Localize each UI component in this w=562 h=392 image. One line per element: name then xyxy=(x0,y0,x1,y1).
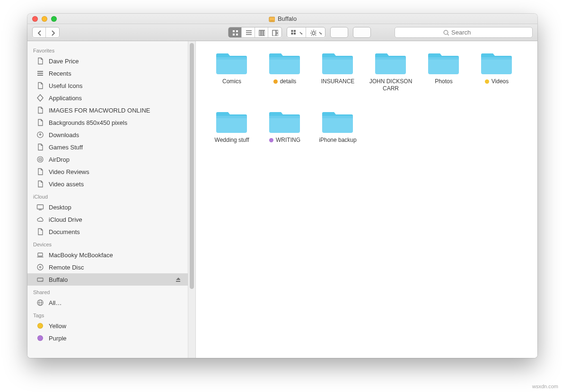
folder-icon xyxy=(480,49,514,75)
doc-icon xyxy=(36,227,44,236)
folder-name: Wedding stuff xyxy=(215,137,249,144)
globe-icon xyxy=(36,298,44,307)
arrange-button[interactable] xyxy=(287,27,306,37)
sidebar-item[interactable]: Video Reviews xyxy=(27,166,188,178)
icon-view-button[interactable] xyxy=(228,27,242,37)
sidebar-item-label: Useful Icons xyxy=(49,82,83,89)
folder-item[interactable]: INSURANCE xyxy=(311,49,364,92)
cloud-icon xyxy=(36,215,44,224)
apps-icon xyxy=(36,94,44,102)
share-button[interactable] xyxy=(330,27,348,38)
folder-name: Videos xyxy=(492,78,509,85)
eject-button[interactable] xyxy=(175,276,180,283)
back-button[interactable] xyxy=(33,27,46,37)
sidebar-item[interactable]: Remote Disc xyxy=(27,261,188,273)
folder-icon xyxy=(374,49,408,75)
list-view-button[interactable] xyxy=(242,27,255,37)
zoom-button[interactable] xyxy=(51,16,57,22)
tag-dot-icon xyxy=(273,79,278,84)
folder-name: Photos xyxy=(435,78,452,85)
toolbar xyxy=(27,24,537,41)
sidebar-item-label: Downloads xyxy=(49,131,79,139)
folder-icon xyxy=(215,107,249,134)
sidebar-item[interactable]: MacBooky McBookface xyxy=(27,249,188,261)
laptop-icon xyxy=(36,251,44,259)
sidebar-item[interactable]: iCloud Drive xyxy=(27,213,188,226)
sidebar-item[interactable]: Video assets xyxy=(27,178,188,190)
folder-item[interactable]: iPhone backup xyxy=(311,107,364,144)
chevron-down-icon xyxy=(298,29,302,36)
sidebar-item-label: All… xyxy=(49,299,61,306)
sidebar-item[interactable]: Games Stuff xyxy=(27,141,188,153)
sidebar-item[interactable]: Recents xyxy=(27,67,188,79)
search-field[interactable] xyxy=(395,27,533,38)
tag-icon xyxy=(36,334,44,342)
column-view-button[interactable] xyxy=(255,27,268,37)
arrange-icon xyxy=(290,29,297,36)
folder-name: WRITING xyxy=(276,137,300,144)
sidebar-item-label: Games Stuff xyxy=(49,144,83,151)
sidebar-scroll[interactable]: FavoritesDave PriceRecentsUseful IconsAp… xyxy=(27,41,188,358)
folder-icon xyxy=(268,49,302,75)
sidebar-item[interactable]: Applications xyxy=(27,92,188,104)
folder-label: Comics xyxy=(222,78,241,85)
folder-icon xyxy=(321,49,355,75)
folder-name: JOHN DICKSON CARR xyxy=(365,78,416,92)
gear-icon xyxy=(310,29,316,36)
sidebar-item[interactable]: Purple xyxy=(27,332,188,344)
window-title-text: Buffalo xyxy=(278,15,297,22)
scrollbar-thumb[interactable] xyxy=(190,43,194,289)
sidebar-item[interactable]: Yellow xyxy=(27,320,188,332)
folder-icon xyxy=(268,107,302,134)
sidebar-item[interactable]: Backgrounds 850x450 pixels xyxy=(27,116,188,129)
minimize-button[interactable] xyxy=(42,16,47,22)
sidebar-item[interactable]: Desktop xyxy=(27,201,188,213)
chevron-down-icon xyxy=(317,29,322,36)
sidebar-item-label: iCloud Drive xyxy=(49,216,82,223)
folder-item[interactable]: JOHN DICKSON CARR xyxy=(364,49,417,92)
tags-button[interactable] xyxy=(353,27,371,38)
content-area[interactable]: ComicsdetailsINSURANCEJOHN DICKSON CARRP… xyxy=(196,41,537,358)
sidebar-item-label: IMAGES FOR MACWORLD ONLINE xyxy=(49,107,150,114)
sidebar-item[interactable]: IMAGES FOR MACWORLD ONLINE xyxy=(27,104,188,116)
sidebar-item[interactable]: Documents xyxy=(27,226,188,238)
traffic-lights xyxy=(32,16,57,22)
doc-icon xyxy=(36,106,44,114)
finder-window: Buffalo xyxy=(27,14,537,358)
doc-icon xyxy=(36,143,44,151)
sidebar-item[interactable]: Downloads xyxy=(27,129,188,141)
window-title: Buffalo xyxy=(268,15,297,22)
forward-button[interactable] xyxy=(46,27,59,37)
doc-icon xyxy=(36,180,44,188)
desktop-icon xyxy=(36,203,44,211)
close-button[interactable] xyxy=(32,16,38,22)
drive-icon xyxy=(36,275,44,284)
scrollbar-track[interactable] xyxy=(188,41,195,358)
sidebar-item[interactable]: All… xyxy=(27,296,188,309)
folder-item[interactable]: Videos xyxy=(470,49,523,92)
folder-label: INSURANCE xyxy=(321,78,355,85)
search-input[interactable] xyxy=(451,29,484,36)
sidebar-item[interactable]: AirDrop xyxy=(27,153,188,166)
folder-item[interactable]: Comics xyxy=(205,49,258,92)
folder-item[interactable]: Photos xyxy=(417,49,470,92)
gallery-view-button[interactable] xyxy=(268,27,281,37)
folder-label: WRITING xyxy=(269,137,300,144)
sidebar-item-label: Backgrounds 850x450 pixels xyxy=(49,119,127,126)
folder-item[interactable]: Wedding stuff xyxy=(205,107,258,144)
folder-item[interactable]: details xyxy=(258,49,311,92)
sidebar-item[interactable]: Useful Icons xyxy=(27,79,188,92)
tag-dot-icon xyxy=(269,138,273,142)
sidebar-item-label: Applications xyxy=(49,95,82,102)
sidebar-item[interactable]: Buffalo xyxy=(27,273,188,286)
sidebar-item-label: Purple xyxy=(49,335,67,342)
sidebar-item-label: Documents xyxy=(49,228,80,235)
sidebar-item[interactable]: Dave Price xyxy=(27,55,188,67)
folder-item[interactable]: WRITING xyxy=(258,107,311,144)
folder-name: Comics xyxy=(222,78,241,85)
arrange-group xyxy=(287,27,325,38)
sidebar-item-label: Desktop xyxy=(49,204,71,211)
titlebar: Buffalo xyxy=(27,14,537,24)
action-button[interactable] xyxy=(306,27,325,37)
airdrop-icon xyxy=(36,155,44,164)
